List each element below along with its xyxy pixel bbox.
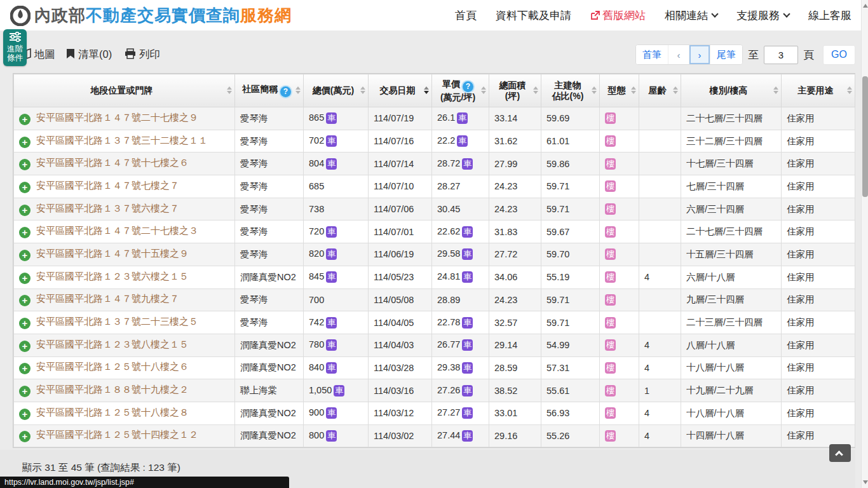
column-header-1[interactable]: 地段位置或門牌: [14, 74, 235, 107]
unit-price-cell: 30.45: [432, 198, 489, 220]
column-header-3[interactable]: 總價(萬元): [304, 74, 369, 107]
car-included-badge: 車: [462, 317, 473, 329]
column-header-6[interactable]: 總面積(坪): [489, 74, 541, 107]
sort-icon[interactable]: [533, 86, 538, 94]
expand-plus-icon[interactable]: +: [19, 114, 31, 125]
type-cell: 樓: [600, 311, 639, 334]
sort-icon[interactable]: [295, 86, 301, 94]
date-cell: 114/04/05: [369, 311, 432, 334]
sliders-icon: [9, 32, 22, 42]
address-cell[interactable]: +安平區國平北路１４７號十七樓之６: [14, 152, 235, 175]
first-page-button[interactable]: 首筆: [636, 45, 668, 64]
address-cell[interactable]: +安平區國平北路１３７號三十二樓之１１: [14, 130, 235, 152]
address-cell[interactable]: +安平區國平北路１４７號七樓之７: [14, 175, 235, 198]
expand-plus-icon[interactable]: +: [19, 182, 31, 193]
sort-icon[interactable]: [673, 86, 678, 94]
column-header-2[interactable]: 社區簡稱?: [235, 74, 304, 107]
nav-item-6[interactable]: 線上客服: [808, 8, 851, 23]
area-cell: 33.14: [489, 107, 541, 130]
address-cell[interactable]: +安平區國平北路１４７號二十七樓之９: [14, 107, 235, 130]
nav-item-4[interactable]: 相關連結: [665, 8, 717, 23]
expand-plus-icon[interactable]: +: [19, 431, 31, 442]
scrollbar-up-arrow-icon[interactable]: [863, 4, 868, 8]
sort-icon[interactable]: [424, 86, 429, 94]
address-cell[interactable]: +安平區國平北路１３７號二十三樓之５: [14, 311, 235, 334]
community-cell: 潤隆真愛NO2: [235, 356, 304, 379]
sort-icon[interactable]: [481, 86, 486, 94]
scroll-to-top-button[interactable]: [829, 444, 851, 462]
scrollbar-thumb[interactable]: [862, 76, 868, 197]
help-icon[interactable]: ?: [463, 81, 473, 92]
toolbar-printer-button[interactable]: 列印: [125, 48, 160, 62]
site-logo[interactable]: 內政部 不動產交易實價查詢 服務網: [10, 4, 292, 27]
expand-plus-icon[interactable]: +: [19, 227, 31, 238]
sort-icon[interactable]: [631, 86, 636, 94]
column-header-7[interactable]: 主建物佔比(%): [541, 74, 600, 107]
total-price-cell: 742車: [304, 311, 369, 334]
expand-plus-icon[interactable]: +: [19, 273, 31, 284]
age-cell: 4: [639, 334, 681, 356]
nav-item-2[interactable]: 資料下載及申請: [496, 8, 571, 23]
nav-item-3[interactable]: 舊版網站: [590, 8, 646, 23]
expand-plus-icon[interactable]: +: [19, 295, 31, 306]
address-cell[interactable]: +安平區國平北路１４７號二十七樓之３: [14, 220, 235, 243]
sort-icon[interactable]: [592, 86, 597, 94]
address-cell[interactable]: +安平區國平北路１３７號六樓之７: [14, 198, 235, 220]
ratio-cell: 59.69: [541, 107, 600, 130]
nav-item-1[interactable]: 首頁: [455, 8, 477, 23]
column-header-8[interactable]: 型態: [600, 74, 639, 107]
column-header-10[interactable]: 樓別/樓高: [681, 74, 782, 107]
column-header-11[interactable]: 主要用途: [782, 74, 855, 107]
expand-plus-icon[interactable]: +: [19, 137, 31, 148]
scrollbar-down-arrow-icon[interactable]: [863, 480, 868, 484]
next-page-button[interactable]: ›: [689, 45, 710, 64]
expand-plus-icon[interactable]: +: [19, 386, 31, 397]
address-cell[interactable]: +安平區國平北路１８８號十九樓之２: [14, 379, 235, 402]
car-included-badge: 車: [326, 407, 337, 419]
help-icon[interactable]: ?: [280, 86, 291, 97]
address-cell[interactable]: +安平區國平北路１２５號十八樓之６: [14, 356, 235, 379]
address-cell[interactable]: +安平區國平北路１４７號十五樓之９: [14, 243, 235, 266]
expand-plus-icon[interactable]: +: [19, 250, 31, 261]
expand-plus-icon[interactable]: +: [19, 409, 31, 420]
nav-item-5[interactable]: 支援服務: [736, 8, 789, 23]
unit-price-cell: 27.27車: [432, 402, 489, 424]
advanced-filter-tab[interactable]: 進階 條件: [3, 29, 27, 66]
toolbar-bookmark-button[interactable]: 清單(0): [66, 48, 112, 62]
expand-plus-icon[interactable]: +: [19, 205, 31, 216]
car-included-badge: 車: [326, 430, 337, 442]
sort-icon[interactable]: [773, 86, 778, 94]
expand-plus-icon[interactable]: +: [19, 318, 31, 329]
column-header-4[interactable]: 交易日期: [369, 74, 432, 107]
vertical-scrollbar[interactable]: [861, 0, 868, 488]
area-cell: 38.52: [489, 379, 541, 402]
floor-cell: 十九層/二十九層: [681, 379, 782, 402]
expand-plus-icon[interactable]: +: [19, 341, 31, 352]
sort-icon[interactable]: [360, 86, 365, 94]
date-cell: 114/03/02: [369, 424, 432, 447]
total-price-cell: 804車: [304, 152, 369, 175]
date-cell: 114/03/28: [369, 356, 432, 379]
address-cell[interactable]: +安平區國平北路１２３號六樓之１５: [14, 266, 235, 288]
sort-icon[interactable]: [847, 86, 852, 94]
address-cell[interactable]: +安平區國平北路１２５號十四樓之１２: [14, 424, 235, 447]
prev-page-button[interactable]: ‹: [668, 45, 689, 64]
address-cell[interactable]: +安平區國平北路１２３號八樓之１５: [14, 334, 235, 356]
car-included-badge: 車: [462, 271, 473, 283]
page-number-input[interactable]: [764, 46, 798, 64]
go-button[interactable]: GO: [823, 45, 855, 65]
type-cell: 樓: [600, 288, 639, 311]
expand-plus-icon[interactable]: +: [19, 363, 31, 374]
status-url-text: https://lvr.land.moi.gov.tw/jsp/list.jsp…: [4, 478, 134, 487]
address-cell[interactable]: +安平區國平北路１４７號九樓之７: [14, 288, 235, 311]
car-included-badge: 車: [457, 112, 468, 124]
column-header-9[interactable]: 屋齡: [639, 74, 681, 107]
expand-plus-icon[interactable]: +: [19, 159, 31, 170]
usage-cell: 住家用: [782, 379, 855, 402]
column-header-5[interactable]: 單價?(萬元/坪): [432, 74, 489, 107]
building-type-badge: 樓: [605, 294, 616, 306]
address-cell[interactable]: +安平區國平北路１２５號十八樓之８: [14, 402, 235, 424]
last-page-button[interactable]: 尾筆: [710, 45, 742, 64]
age-cell: [639, 198, 681, 220]
sort-icon[interactable]: [227, 86, 232, 94]
